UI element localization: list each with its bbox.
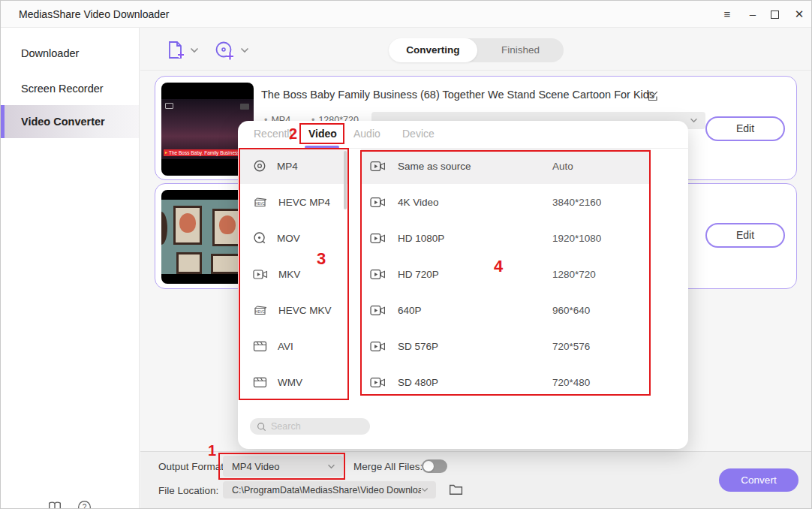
disc-icon <box>253 159 266 173</box>
video-camera-icon <box>370 377 386 388</box>
open-folder-icon[interactable] <box>449 483 463 495</box>
maximize-icon[interactable] <box>771 11 779 19</box>
format-option-hevc-mp4[interactable]: HEVC HEVC MP4 <box>239 184 347 220</box>
resolution-option-same-as-source[interactable]: Same as source Auto <box>361 148 651 184</box>
help-icon[interactable]: ? <box>77 500 92 509</box>
status-tabs: Converting Finished <box>389 38 564 62</box>
svg-text:?: ? <box>83 503 87 509</box>
quality-badge-icon <box>240 104 249 110</box>
sidebar: Downloader Screen Recorder Video Convert… <box>1 28 140 509</box>
search-icon <box>257 422 266 432</box>
file-location-label: File Location: <box>158 485 218 496</box>
app-window: MediasShare Video Downloader ≡ – ✕ Downl… <box>0 0 812 509</box>
add-file-icon[interactable] <box>164 38 186 62</box>
caption-arrow-icon: ▸ <box>165 149 167 156</box>
add-disc-dropdown-icon[interactable] <box>240 47 249 53</box>
toggle-knob <box>423 461 434 471</box>
titlebar: MediasShare Video Downloader ≡ – ✕ <box>1 1 812 28</box>
format-option-avi[interactable]: AVI <box>239 328 347 364</box>
sidebar-item-screen-recorder[interactable]: Screen Recorder <box>1 76 139 101</box>
video-camera-icon <box>253 269 268 280</box>
active-indicator <box>1 105 5 138</box>
video-camera-icon <box>370 341 386 352</box>
svg-text:HEVC: HEVC <box>255 309 265 313</box>
video-camera-icon <box>370 269 386 280</box>
tab-recently[interactable]: Recently <box>254 128 294 140</box>
resolution-option-720p[interactable]: HD 720P 1280*720 <box>361 256 651 292</box>
clapper-icon <box>253 340 267 352</box>
toolbar-divider <box>140 70 812 71</box>
resolution-option-4k[interactable]: 4K Video 3840*2160 <box>361 184 651 220</box>
search-box <box>250 418 370 435</box>
video-camera-icon <box>370 305 386 316</box>
chevron-down-icon <box>421 487 429 492</box>
merge-all-files-label: Merge All Files: <box>353 461 423 472</box>
resolution-option-640p[interactable]: 640P 960*640 <box>361 292 651 328</box>
resolution-option-1080p[interactable]: HD 1080P 1920*1080 <box>361 220 651 256</box>
video-camera-icon <box>370 161 386 172</box>
convert-button[interactable]: Convert <box>719 468 798 492</box>
clapper-icon <box>253 376 267 388</box>
tab-finished[interactable]: Finished <box>477 38 564 62</box>
chevron-down-icon <box>690 118 698 123</box>
output-format-label: Output Format: <box>158 461 227 472</box>
chevron-down-icon <box>327 464 335 469</box>
output-format-dropdown[interactable]: MP4 Video <box>223 456 343 477</box>
file-location-dropdown[interactable]: C:\ProgramData\MediasShare\Video Downloa <box>223 481 436 498</box>
format-list-scrollbar[interactable] <box>344 151 347 209</box>
hevc-icon: HEVC <box>253 304 268 317</box>
sidebar-item-video-converter[interactable]: Video Converter <box>1 105 139 138</box>
merge-toggle[interactable] <box>422 459 447 473</box>
format-option-hevc-mkv[interactable]: HEVC HEVC MKV <box>239 292 347 328</box>
tab-device[interactable]: Device <box>402 128 435 140</box>
manual-book-icon[interactable] <box>47 501 62 509</box>
video-camera-icon <box>370 233 386 244</box>
sidebar-item-downloader[interactable]: Downloader <box>1 41 139 66</box>
format-option-mov[interactable]: MOV <box>239 220 347 256</box>
rename-icon[interactable] <box>647 90 659 102</box>
resolution-option-480p[interactable]: SD 480P 720*480 <box>361 364 651 400</box>
close-icon[interactable]: ✕ <box>789 5 809 23</box>
add-file-dropdown-icon[interactable] <box>190 47 199 53</box>
format-option-mp4[interactable]: MP4 <box>239 148 347 184</box>
thumbnail-caption: ▸The Boss Baby. Family Business▸▸ <box>164 149 248 156</box>
resolution-option-576p[interactable]: SD 576P 720*576 <box>361 328 651 364</box>
format-picker-popup: Recently Video Audio Device MP4 HEVC HEV… <box>238 121 688 449</box>
tab-converting[interactable]: Converting <box>389 38 477 62</box>
format-option-mkv[interactable]: MKV <box>239 256 347 292</box>
svg-text:HEVC: HEVC <box>255 201 265 205</box>
disc-dot-icon <box>253 231 266 245</box>
hevc-icon: HEVC <box>253 196 268 209</box>
minimize-icon[interactable]: – <box>743 5 762 23</box>
search-input[interactable] <box>271 421 353 432</box>
tv-overlay-icon <box>165 103 173 109</box>
menu-icon[interactable]: ≡ <box>717 5 737 23</box>
format-option-wmv[interactable]: WMV <box>239 364 347 400</box>
video-title: The Boss Baby Family Business (68) Toget… <box>261 89 681 101</box>
tab-video[interactable]: Video <box>308 128 337 140</box>
add-disc-icon[interactable] <box>213 38 237 62</box>
tab-audio[interactable]: Audio <box>353 128 380 140</box>
video-camera-icon <box>370 197 386 208</box>
edit-button-2[interactable]: Edit <box>705 223 785 248</box>
window-title: MediasShare Video Downloader <box>19 8 170 20</box>
edit-button-1[interactable]: Edit <box>705 116 785 141</box>
